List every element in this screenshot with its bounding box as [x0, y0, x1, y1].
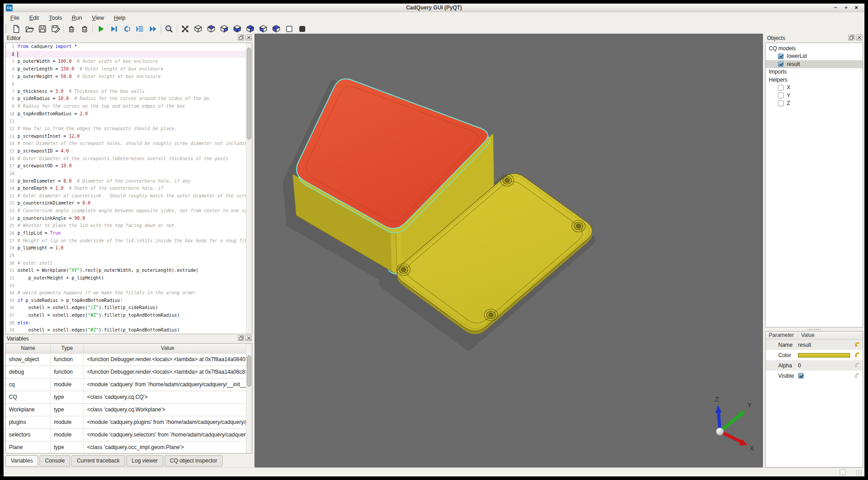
table-row[interactable]: Workplane type <class 'cadquery.cq.Workp…	[6, 404, 252, 416]
column-header-type[interactable]: Type	[51, 344, 84, 353]
code-line[interactable]: 16# Outer Diameter of the screwposts.\nD…	[6, 155, 252, 163]
tree-item[interactable]: lowerLid	[766, 52, 863, 61]
code-line[interactable]: 11	[6, 118, 252, 125]
code-line[interactable]: 6	[6, 80, 252, 88]
code-line[interactable]: 21# Outer diameter of countersink. Shoul…	[6, 192, 252, 200]
code-line[interactable]: 5p_outerHeight = 50.0 # Outer height of …	[6, 73, 252, 81]
3d-viewport[interactable]: X Y Z	[254, 34, 763, 467]
parameter-row-name[interactable]: Name result	[766, 340, 863, 350]
table-row[interactable]: show_object function <function Debugger.…	[6, 353, 252, 366]
code-line[interactable]: 18	[6, 170, 252, 178]
table-row[interactable]: plugins module <module 'cadquery.plugins…	[6, 416, 252, 429]
code-line[interactable]: 1from cadquery import *	[6, 43, 252, 51]
visibility-checkbox[interactable]	[778, 53, 784, 59]
maximize-button[interactable]: +	[842, 4, 850, 12]
code-line[interactable]: 2	[6, 51, 252, 58]
run-script-icon[interactable]	[94, 24, 107, 34]
code-line[interactable]: 3p_outerWidth = 100.0 # Outer width of b…	[6, 58, 252, 65]
code-line[interactable]: 17p_screwpostOD = 10.0	[6, 162, 252, 170]
code-line[interactable]: 15p_screwpostID = 4.0	[6, 148, 252, 155]
code-line[interactable]: 29	[6, 252, 252, 260]
column-header-parameter[interactable]: Parameter	[766, 332, 798, 339]
table-row[interactable]: selectors module <module 'cadquery.selec…	[6, 429, 252, 441]
shaded-mode-icon[interactable]	[296, 24, 309, 34]
code-line[interactable]: 14# nner Diameter of the screwpost holes…	[6, 140, 252, 148]
code-line[interactable]: 39 oshell = oshell.edges("#Z").fillet(p_…	[6, 327, 252, 334]
visibility-checkbox[interactable]	[778, 61, 784, 67]
variables-scrollbar[interactable]	[246, 344, 252, 453]
table-row[interactable]: debug function <function Debugger.render…	[6, 366, 252, 379]
table-row[interactable]: CQ type <class 'cadquery.cq.CQ'>	[6, 391, 252, 404]
open-file-icon[interactable]	[23, 24, 36, 34]
code-line[interactable]: 13p_screwpostInset = 12.0	[6, 133, 252, 140]
delete-icon[interactable]	[65, 24, 78, 34]
visibility-checkbox[interactable]	[778, 85, 784, 91]
tree-item[interactable]: Z	[766, 100, 863, 108]
code-line[interactable]: 10p_topAndBottomRadius = 2.0	[6, 110, 252, 118]
code-editor[interactable]: 1from cadquery import *23p_outerWidth = …	[5, 43, 252, 334]
visibility-checkbox[interactable]	[778, 92, 784, 98]
wireframe-mode-icon[interactable]	[283, 24, 296, 34]
undo-icon[interactable]	[853, 351, 861, 358]
save-as-icon[interactable]	[49, 24, 62, 34]
variables-scrollbar-thumb[interactable]	[247, 355, 251, 387]
parameter-row-visible[interactable]: Visible	[766, 371, 863, 381]
menu-item[interactable]: Tools	[44, 13, 67, 23]
view-back-icon[interactable]	[244, 24, 257, 34]
debug-script-icon[interactable]	[107, 24, 120, 34]
tree-item[interactable]: Y	[766, 92, 863, 100]
code-line[interactable]: 9# Radius for the curves on the top and …	[6, 103, 252, 110]
parameter-row-color[interactable]: Color	[766, 350, 863, 360]
code-line[interactable]: 28p_lipHeight = 1.0	[6, 244, 252, 252]
step-icon[interactable]	[120, 24, 133, 34]
delete-all-icon[interactable]	[78, 24, 91, 34]
code-line[interactable]: 4p_outerLength = 150.0 # Outer length of…	[6, 65, 252, 73]
bottom-tab[interactable]: Current traceback	[71, 455, 125, 467]
editor-scrollbar[interactable]	[246, 43, 252, 334]
close-panel-icon[interactable]	[856, 35, 862, 40]
tree-item[interactable]: Imports	[766, 68, 863, 76]
table-row[interactable]: Plane type <class 'cadquery.occ_impl.geo…	[6, 441, 252, 454]
column-header-name[interactable]: Name	[6, 344, 51, 353]
code-line[interactable]: 27# Height of lip on the underside of th…	[6, 237, 252, 245]
code-line[interactable]: 7p_thickness = 3.0 # Thickness of the bo…	[6, 88, 252, 96]
continue-icon[interactable]	[146, 24, 159, 34]
close-panel-icon[interactable]	[245, 35, 252, 40]
float-panel-icon[interactable]	[848, 35, 855, 40]
code-line[interactable]: 32 p_outerHeight + p_lipHeight)	[6, 275, 252, 282]
code-line[interactable]: 30# outer shell	[6, 260, 252, 267]
bottom-tab[interactable]: Log viewer	[127, 455, 163, 467]
menu-item[interactable]: File	[5, 13, 24, 23]
view-isometric-icon[interactable]	[192, 24, 205, 34]
table-row[interactable]: cq module <module 'cadquery' from '/home…	[6, 379, 252, 391]
code-line[interactable]: 35if p_sideRadius > p_topAndBottomRadius…	[6, 297, 252, 305]
resize-grip-icon[interactable]	[855, 470, 862, 476]
bottom-tab[interactable]: CQ object inspector	[165, 455, 223, 467]
code-line[interactable]: 24p_countersinkAngle = 90.0	[6, 215, 252, 223]
visible-checkbox[interactable]	[798, 373, 804, 379]
search-zoom-icon[interactable]	[162, 24, 175, 34]
variables-table-header[interactable]: Name Type Value	[6, 344, 252, 353]
menu-item[interactable]: Run	[67, 13, 87, 23]
panel-splitter[interactable]	[807, 327, 821, 331]
view-right-icon[interactable]	[270, 24, 283, 34]
menu-item[interactable]: View	[87, 13, 109, 23]
tree-item[interactable]: CQ models	[766, 44, 863, 52]
bottom-tab[interactable]: Variables	[5, 455, 38, 467]
code-line[interactable]: 23# Countersink angle (complete angle be…	[6, 207, 252, 215]
float-panel-icon[interactable]	[238, 335, 244, 341]
close-button[interactable]: ×	[853, 4, 860, 12]
step-list-icon[interactable]	[133, 24, 146, 34]
view-left-icon[interactable]	[257, 24, 270, 34]
code-line[interactable]: 22p_countersinkDiameter = 0.0	[6, 200, 252, 207]
code-line[interactable]: 36 oshell = oshell.edges("|Z").fillet(p_…	[6, 304, 252, 312]
minimize-button[interactable]: −	[832, 4, 839, 12]
close-panel-icon[interactable]	[245, 335, 252, 341]
new-file-icon[interactable]	[10, 24, 23, 34]
column-header-value[interactable]: Value	[798, 332, 815, 339]
code-line[interactable]: 12# How far in from the edges the screwp…	[6, 125, 252, 133]
editor-scrollbar-thumb[interactable]	[247, 48, 251, 140]
code-line[interactable]: 8p_sideRadius = 10.0 # Radius for the cu…	[6, 95, 252, 103]
tree-item[interactable]: X	[766, 84, 863, 92]
code-line[interactable]: 33	[6, 282, 252, 290]
